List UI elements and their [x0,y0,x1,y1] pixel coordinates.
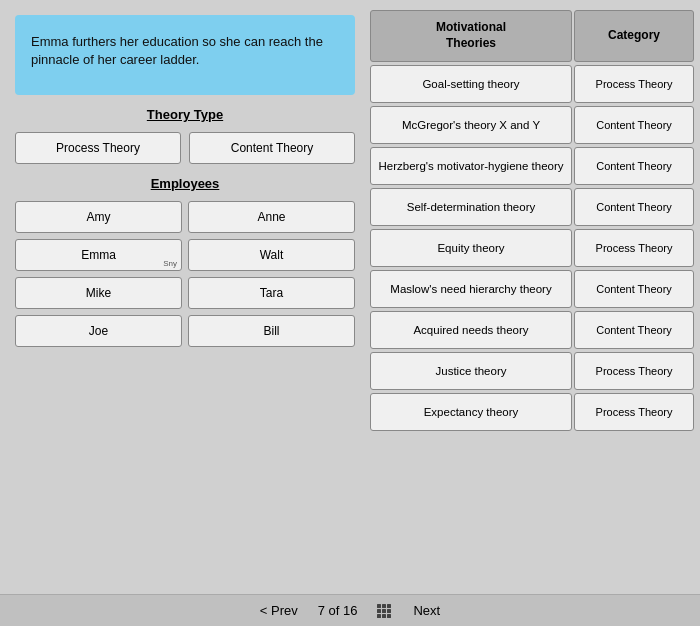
category-expectancy[interactable]: Process Theory [574,393,694,431]
theory-goal-setting[interactable]: Goal-setting theory [370,65,572,103]
category-maslow[interactable]: Content Theory [574,270,694,308]
employee-emma[interactable]: Emma [15,239,182,271]
category-column: Category Process Theory Content Theory C… [574,10,694,584]
theory-self-determination[interactable]: Self-determination theory [370,188,572,226]
prev-label: < Prev [260,603,298,618]
theory-herzberg[interactable]: Herzberg's motivator-hygiene theory [370,147,572,185]
left-panel: Emma furthers her education so she can r… [0,0,370,594]
right-panel: MotivationalTheories Goal-setting theory… [370,0,700,594]
scenario-box: Emma furthers her education so she can r… [15,15,355,95]
employee-anne[interactable]: Anne [188,201,355,233]
category-herzberg[interactable]: Content Theory [574,147,694,185]
theories-header: MotivationalTheories [370,10,572,62]
employee-mike[interactable]: Mike [15,277,182,309]
theory-equity[interactable]: Equity theory [370,229,572,267]
category-equity[interactable]: Process Theory [574,229,694,267]
employees-label: Employees [15,176,355,191]
prev-button[interactable]: < Prev [260,603,298,618]
scenario-text: Emma furthers her education so she can r… [31,34,323,67]
employee-tara[interactable]: Tara [188,277,355,309]
category-self-determination[interactable]: Content Theory [574,188,694,226]
employee-amy[interactable]: Amy [15,201,182,233]
theory-justice[interactable]: Justice theory [370,352,572,390]
next-button[interactable]: Next [413,603,440,618]
category-acquired-needs[interactable]: Content Theory [574,311,694,349]
category-justice[interactable]: Process Theory [574,352,694,390]
theory-maslow[interactable]: Maslow's need hierarchy theory [370,270,572,308]
theory-expectancy[interactable]: Expectancy theory [370,393,572,431]
grid-icon[interactable] [377,604,393,618]
bottom-nav: < Prev 7 of 16 Next [0,594,700,626]
category-header: Category [574,10,694,62]
category-goal-setting[interactable]: Process Theory [574,65,694,103]
process-theory-button[interactable]: Process Theory [15,132,181,164]
theory-type-label: Theory Type [15,107,355,122]
theories-column: MotivationalTheories Goal-setting theory… [370,10,572,584]
employee-grid: Amy Anne Emma Walt Mike Tara Joe Bill [15,201,355,347]
next-label: Next [413,603,440,618]
employee-walt[interactable]: Walt [188,239,355,271]
page-info: 7 of 16 [318,603,358,618]
theory-type-buttons: Process Theory Content Theory [15,132,355,164]
employee-bill[interactable]: Bill [188,315,355,347]
category-mcgregor[interactable]: Content Theory [574,106,694,144]
content-theory-button[interactable]: Content Theory [189,132,355,164]
employee-joe[interactable]: Joe [15,315,182,347]
theory-acquired-needs[interactable]: Acquired needs theory [370,311,572,349]
theory-mcgregor[interactable]: McGregor's theory X and Y [370,106,572,144]
